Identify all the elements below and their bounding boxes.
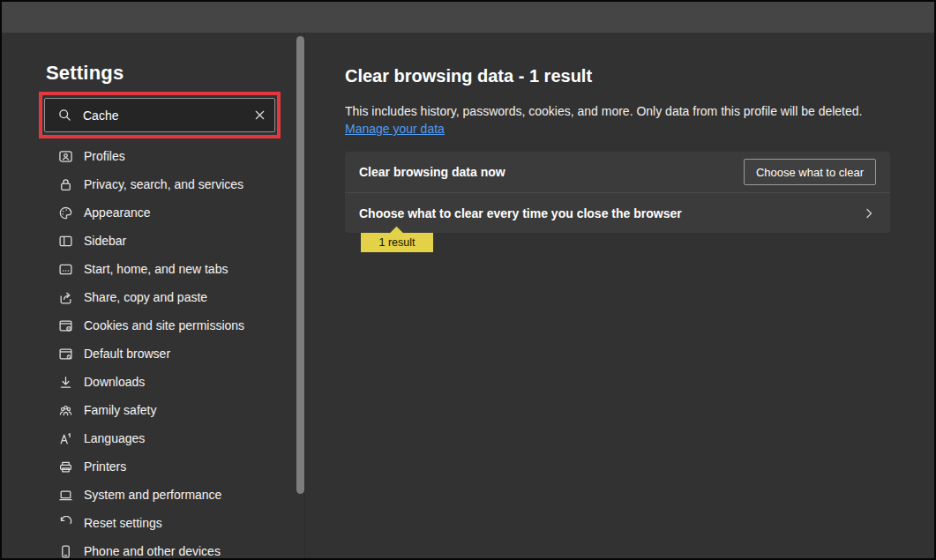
page-description: This includes history, passwords, cookie… (345, 104, 862, 118)
cookies-permissions-icon (58, 318, 73, 333)
sidebar-item-label: Profiles (84, 149, 125, 163)
phone-devices-icon (58, 544, 73, 559)
downloads-icon (58, 375, 73, 390)
reset-settings-icon (58, 516, 73, 531)
clear-browsing-data-now-row: Clear browsing data now Choose what to c… (345, 152, 890, 192)
main-content: Clear browsing data - 1 result This incl… (305, 33, 934, 558)
sidebar-item-cookies-permissions[interactable]: Cookies and site permissions (2, 311, 304, 340)
sidebar-item-downloads[interactable]: Downloads (2, 368, 304, 396)
default-browser-icon (58, 347, 73, 362)
sidebar-item-family-safety[interactable]: Family safety (2, 396, 304, 424)
row-label: Clear browsing data now (359, 165, 505, 179)
languages-icon (58, 431, 73, 446)
sidebar-item-label: Printers (84, 459, 126, 474)
sidebar-item-label: Appearance (84, 205, 151, 220)
sidebar-item-label: Start, home, and new tabs (84, 262, 228, 276)
window-titlebar (2, 2, 934, 33)
clear-on-close-row[interactable]: Choose what to clear every time you clos… (345, 192, 890, 233)
sidebar-item-label: Reset settings (84, 516, 162, 530)
sidebar-item-label: Family safety (84, 403, 156, 417)
system-performance-icon (58, 488, 73, 503)
search-result-badge: 1 result (361, 233, 433, 252)
sidebar-item-label: Phone and other devices (84, 544, 221, 558)
sidebar-scrollbar-thumb[interactable] (296, 36, 304, 494)
sidebar-item-phone-devices[interactable]: Phone and other devices (2, 537, 304, 560)
sidebar-item-label: Downloads (84, 375, 145, 389)
sidebar-item-privacy[interactable]: Privacy, search, and services (2, 170, 304, 198)
printer-icon (58, 459, 73, 474)
choose-what-to-clear-button[interactable]: Choose what to clear (744, 159, 876, 185)
sidebar-item-system-performance[interactable]: System and performance (2, 481, 304, 509)
search-icon (57, 108, 72, 123)
sidebar-item-label: Cookies and site permissions (84, 318, 244, 332)
sidebar-item-default-browser[interactable]: Default browser (2, 340, 304, 368)
clear-browsing-data-card: Clear browsing data now Choose what to c… (345, 152, 890, 233)
appearance-palette-icon (58, 205, 73, 220)
settings-sidebar: Settings Profiles (2, 33, 304, 558)
start-home-tabs-icon (58, 262, 73, 277)
sidebar-item-label: Default browser (84, 347, 170, 361)
sidebar-nav: Profiles Privacy, search, and services A… (2, 142, 304, 560)
sidebar-item-appearance[interactable]: Appearance (2, 198, 304, 227)
sidebar-item-printers[interactable]: Printers (2, 452, 304, 481)
profiles-icon (58, 149, 73, 164)
sidebar-item-languages[interactable]: Languages (2, 424, 304, 452)
search-input[interactable] (83, 108, 243, 123)
sidebar-item-start-home-tabs[interactable]: Start, home, and new tabs (2, 255, 304, 283)
sidebar-item-sidebar[interactable]: Sidebar (2, 227, 304, 255)
privacy-lock-icon (58, 177, 73, 192)
sidebar-item-label: Languages (84, 431, 145, 445)
sidebar-item-label: System and performance (84, 488, 221, 502)
settings-title: Settings (46, 62, 124, 85)
settings-window: Settings Profiles (0, 0, 936, 560)
badge-label: 1 result (379, 236, 416, 249)
sidebar-item-share-copy-paste[interactable]: Share, copy and paste (2, 283, 304, 311)
sidebar-item-reset-settings[interactable]: Reset settings (2, 509, 304, 537)
family-safety-icon (58, 403, 73, 418)
sidebar-item-label: Sidebar (84, 234, 126, 248)
settings-search-box[interactable] (44, 98, 275, 132)
chevron-right-icon (862, 206, 876, 220)
sidebar-item-label: Privacy, search, and services (84, 177, 243, 191)
close-icon[interactable] (253, 108, 266, 122)
share-icon (58, 290, 73, 305)
page-title: Clear browsing data - 1 result (345, 66, 592, 86)
sidebar-item-label: Share, copy and paste (84, 290, 207, 304)
row-label: Choose what to clear every time you clos… (359, 206, 682, 220)
sidebar-layout-icon (58, 234, 73, 249)
sidebar-item-profiles[interactable]: Profiles (2, 142, 304, 170)
manage-your-data-link[interactable]: Manage your data (345, 122, 445, 136)
